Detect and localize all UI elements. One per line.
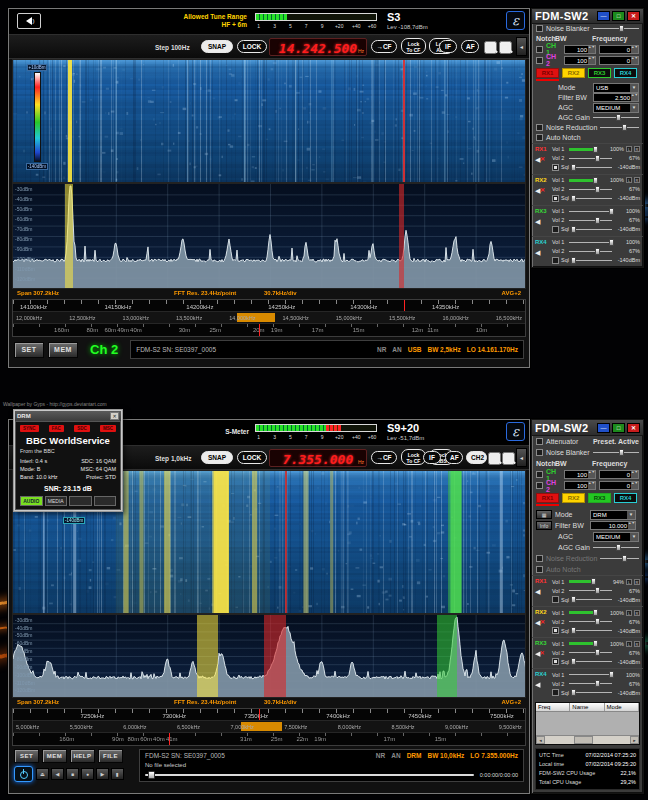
help-button[interactable]: HELP (70, 749, 95, 763)
rx-select-button-rx1[interactable]: RX1 (536, 68, 559, 78)
stop-icon[interactable]: ■ (66, 768, 79, 780)
ch2-bw-stepper[interactable]: 100▲▼ (564, 481, 596, 490)
play-icon[interactable]: ▶ (96, 768, 109, 780)
ch1-freq-stepper[interactable]: 0▲▼ (599, 45, 639, 54)
band-overview-strip[interactable]: 12,000kHz12,500kHz13,000kHz13,500kHz14,0… (13, 312, 525, 324)
ch2-freq-stepper[interactable]: 0▲▼ (599, 481, 639, 490)
close-icon[interactable]: ✕ (110, 412, 119, 420)
volume-slider[interactable] (573, 256, 612, 265)
volume-slider[interactable] (573, 626, 612, 635)
volume-slider[interactable] (573, 657, 612, 666)
af-button[interactable]: AF (445, 451, 463, 464)
waterfall-display[interactable]: +10dBm-140dBm (12, 59, 526, 183)
volume-slider[interactable] (569, 238, 612, 247)
attenuator-checkbox[interactable] (536, 438, 543, 445)
memory-table[interactable]: FreqNameMode ◄► (535, 702, 640, 745)
auto-notch-checkbox[interactable] (536, 566, 543, 573)
volume-slider[interactable] (569, 648, 612, 657)
volume-slider[interactable] (573, 688, 612, 697)
left-channel-toggle[interactable]: L (626, 641, 632, 647)
volume-slider[interactable] (569, 586, 612, 595)
drm-titlebar[interactable]: DRM ✕ (15, 411, 121, 421)
right-channel-toggle[interactable]: R (634, 641, 640, 647)
horizontal-scrollbar[interactable]: ◄► (536, 735, 639, 744)
noise-blanker-slider[interactable] (593, 448, 639, 457)
panel-titlebar[interactable]: FDM-SW2 —□✕ (532, 420, 643, 436)
speaker-muted-icon[interactable]: ◀✕ (535, 187, 545, 195)
left-channel-toggle[interactable]: L (626, 610, 632, 616)
progress-thumb[interactable] (148, 771, 155, 779)
scroll-right-icon[interactable]: ► (630, 736, 639, 744)
lock-button[interactable]: LOCK (237, 451, 267, 464)
speaker-icon[interactable]: ◀ (535, 588, 545, 596)
filter-bw-stepper[interactable]: 10.000▲▼ (590, 521, 636, 530)
speaker-muted-icon[interactable]: ◀✕ (535, 619, 545, 627)
eject-icon[interactable]: ⏏ (36, 768, 49, 780)
volume-slider[interactable] (569, 577, 596, 586)
mute-button[interactable]: ) (17, 13, 41, 29)
zoom-in-icon[interactable]: + (484, 41, 497, 54)
to-cf-button[interactable]: →CF (371, 40, 397, 53)
drm-blank-button[interactable] (69, 496, 92, 506)
zoom-out-icon[interactable]: − (502, 452, 515, 465)
ch2-freq-stepper[interactable]: 0▲▼ (599, 56, 639, 65)
volume-slider[interactable] (573, 194, 612, 203)
frequency-display[interactable]: 7.355.000Hz (269, 449, 367, 467)
agc-gain-slider[interactable] (593, 113, 639, 122)
rx-select-button-rx3[interactable]: RX3 (588, 68, 611, 78)
noise-reduction-slider[interactable] (600, 123, 639, 132)
zoom-out-icon[interactable]: − (499, 41, 512, 54)
mem-button[interactable]: MEM (42, 749, 67, 763)
rx-select-button-rx2[interactable]: RX2 (562, 493, 585, 503)
ch1-notch-checkbox[interactable] (536, 46, 543, 53)
ch1-freq-stepper[interactable]: 0▲▼ (599, 470, 639, 479)
volume-slider[interactable] (573, 163, 612, 172)
volume-slider[interactable] (573, 595, 612, 604)
squelch-checkbox[interactable] (552, 658, 559, 665)
agc-gain-slider[interactable] (593, 543, 639, 552)
close-icon[interactable]: ✕ (627, 423, 640, 433)
snap-button[interactable]: SNAP (201, 40, 233, 53)
drm-media-button[interactable]: MEDIA (45, 496, 68, 506)
right-channel-toggle[interactable]: R (634, 610, 640, 616)
lock-to-cf-button[interactable]: LockTo CF (401, 38, 426, 54)
right-channel-toggle[interactable]: R (634, 579, 640, 585)
scroll-left-icon[interactable]: ◄ (536, 736, 545, 744)
volume-slider[interactable] (569, 154, 612, 163)
band-name-row[interactable]: 160m90m80m60m40m41m31m25m22m19m17m15m (13, 733, 525, 745)
volume-slider[interactable] (573, 225, 612, 234)
collapse-panel-button[interactable]: ◄ (516, 448, 527, 467)
set-button[interactable]: SET (14, 749, 39, 763)
volume-slider[interactable] (569, 679, 612, 688)
mode-select[interactable]: DRM▼ (590, 510, 636, 520)
band-name-row[interactable]: 160m80m60m49m40m30m25m20m19m17m15m12m11m… (13, 324, 525, 336)
scrollbar-thumb[interactable] (574, 736, 593, 744)
info-button[interactable]: Info (536, 521, 552, 530)
frequency-scale[interactable]: 7250kHz7300kHz7350kHz7400kHz7450kHz7500k… (12, 708, 526, 746)
column-header[interactable]: Mode (605, 703, 639, 711)
speaker-icon[interactable]: ◀ (535, 249, 545, 257)
to-cf-button[interactable]: →CF (371, 451, 397, 464)
zoom-in-icon[interactable]: + (488, 452, 501, 465)
panel-titlebar[interactable]: FDM-SW2 —□✕ (532, 9, 643, 24)
volume-slider[interactable] (569, 176, 596, 185)
power-button[interactable] (14, 766, 33, 782)
column-header[interactable]: Name (570, 703, 604, 711)
minimize-icon[interactable]: — (597, 11, 610, 21)
squelch-checkbox[interactable] (552, 257, 559, 264)
volume-slider[interactable] (569, 247, 612, 256)
auto-notch-checkbox[interactable] (536, 134, 543, 141)
squelch-checkbox[interactable] (552, 627, 559, 634)
rx-select-button-rx4[interactable]: RX4 (614, 493, 637, 503)
noise-blanker-checkbox[interactable] (536, 449, 543, 456)
snap-button[interactable]: SNAP (201, 451, 233, 464)
spectrum-display[interactable]: -30dBm-40dBm-50dBm-60dBm-70dBm-80dBm-90d… (12, 183, 526, 289)
squelch-checkbox[interactable] (552, 226, 559, 233)
if-button[interactable]: IF (439, 40, 457, 53)
if-button[interactable]: IF (423, 451, 441, 464)
noise-blanker-checkbox[interactable] (536, 25, 543, 32)
noise-reduction-checkbox[interactable] (536, 555, 543, 562)
pause-icon[interactable]: ▮ (111, 768, 124, 780)
left-channel-toggle[interactable]: L (626, 146, 632, 152)
drm-audio-button[interactable]: AUDIO (20, 496, 43, 506)
